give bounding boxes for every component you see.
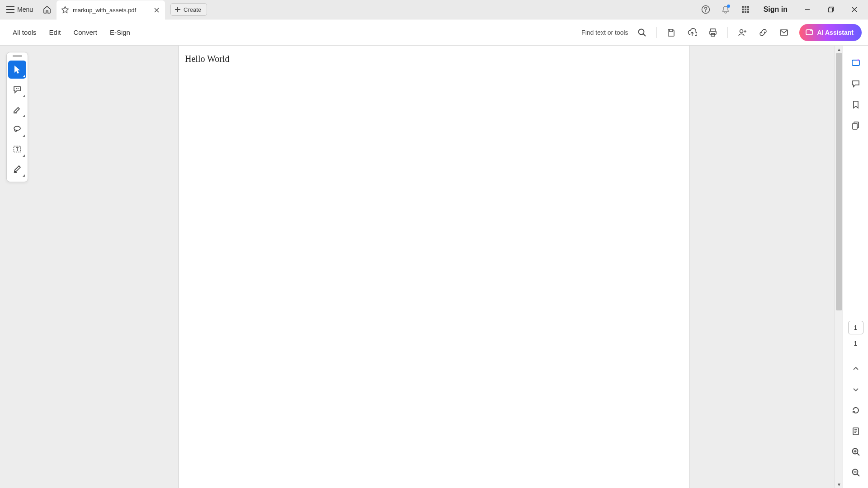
bookmark-icon [851,100,860,109]
find-label: Find text or tools [581,29,628,36]
home-icon [42,5,52,14]
page-number-input[interactable]: 1 [848,321,863,334]
ai-panel-button[interactable] [847,54,865,72]
submenu-corner-icon [23,115,25,117]
home-button[interactable] [38,0,57,19]
apps-button[interactable] [736,0,755,19]
minimize-icon [804,6,811,13]
scroll-track[interactable] [835,53,843,481]
search-button[interactable] [633,23,651,42]
svg-rect-7 [747,9,749,10]
sign-in-button[interactable]: Sign in [756,5,795,14]
ai-label: AI Assistant [817,29,854,36]
page-down-button[interactable] [847,380,865,399]
highlighter-icon [13,105,22,114]
cloud-upload-button[interactable] [683,23,701,42]
zoom-out-button[interactable] [847,464,865,482]
pages-icon [851,121,860,130]
submenu-corner-icon [23,75,25,77]
svg-rect-2 [742,6,744,8]
share-email-button[interactable] [775,23,793,42]
lasso-icon [13,125,22,134]
help-button[interactable] [697,0,715,19]
menubar-separator [656,27,657,38]
zoom-in-icon [851,447,860,456]
svg-rect-12 [829,8,833,12]
tab-close-button[interactable] [154,7,160,13]
title-tab-bar: Menu markup_with_assets.pdf Create [0,0,868,19]
svg-rect-15 [710,31,716,34]
apps-grid-icon [741,5,750,14]
submenu-corner-icon [23,95,25,97]
svg-rect-8 [742,11,744,13]
sign-tool-button[interactable] [8,160,26,178]
page-display-button[interactable] [847,422,865,440]
save-button[interactable] [662,23,680,42]
print-icon [708,28,717,37]
right-rail: 1 1 [843,46,868,488]
document-body-text: Hello World [185,54,230,64]
svg-rect-3 [745,6,746,8]
menu-label: All tools [13,28,37,36]
scroll-up-button[interactable]: ▲ [835,46,843,53]
window-restore-button[interactable] [820,0,842,19]
zoom-in-button[interactable] [847,443,865,461]
page-up-button[interactable] [847,360,865,378]
restore-icon [828,6,834,13]
rotate-icon [851,406,860,415]
create-button[interactable]: Create [170,3,207,16]
highlight-tool-button[interactable] [8,100,26,118]
draw-tool-button[interactable] [8,120,26,138]
document-tab-active[interactable]: markup_with_assets.pdf [57,0,165,20]
menu-label: Convert [73,28,97,36]
menu-all-tools[interactable]: All tools [6,24,43,41]
share-link-button[interactable] [754,23,772,42]
ai-panel-icon [851,58,861,68]
scroll-thumb[interactable] [836,53,842,310]
plus-icon [175,6,181,13]
menu-edit[interactable]: Edit [43,24,67,41]
comments-panel-button[interactable] [847,75,865,93]
notifications-button[interactable] [717,0,735,19]
close-icon [851,6,858,13]
menu-esign[interactable]: E-Sign [104,24,137,41]
add-text-tool-button[interactable] [8,140,26,158]
window-minimize-button[interactable] [797,0,818,19]
menu-convert[interactable]: Convert [67,24,104,41]
menu-label: E-Sign [110,28,130,36]
tools-menubar: All tools Edit Convert E-Sign Find text … [0,19,868,46]
menu-label: Edit [49,28,61,36]
share-people-button[interactable] [733,23,751,42]
print-button[interactable] [704,23,722,42]
menubar-right-cluster: Find text or tools AI Assistant [581,23,862,42]
page-current: 1 [854,324,858,331]
thumbnails-panel-button[interactable] [847,116,865,134]
svg-rect-16 [711,33,715,36]
document-page[interactable]: Hello World [178,46,689,488]
scroll-down-button[interactable]: ▼ [835,481,843,488]
hamburger-menu-button[interactable]: Menu [2,0,38,19]
svg-rect-10 [747,11,749,13]
star-icon[interactable] [61,6,69,14]
page-layout-icon [851,427,860,436]
rotate-button[interactable] [847,401,865,419]
window-close-button[interactable] [844,0,865,19]
tabbar-right-cluster: Sign in [697,0,866,19]
mail-icon [779,28,788,37]
select-tool-button[interactable] [8,61,26,79]
comment-tool-button[interactable] [8,80,26,99]
tab-title: markup_with_assets.pdf [73,7,136,14]
menu-label: Menu [17,6,33,13]
bookmarks-panel-button[interactable] [847,95,865,113]
annotation-toolbar[interactable] [6,52,28,182]
ai-assistant-button[interactable]: AI Assistant [799,24,862,41]
toolbar-grip-icon[interactable] [13,55,22,57]
vertical-scrollbar[interactable]: ▲ ▼ [835,46,843,488]
search-icon [637,28,646,37]
submenu-corner-icon [23,135,25,137]
svg-point-17 [740,29,743,33]
comment-icon [13,85,22,94]
help-icon [701,5,710,14]
svg-point-13 [638,29,644,34]
create-label: Create [184,6,201,13]
